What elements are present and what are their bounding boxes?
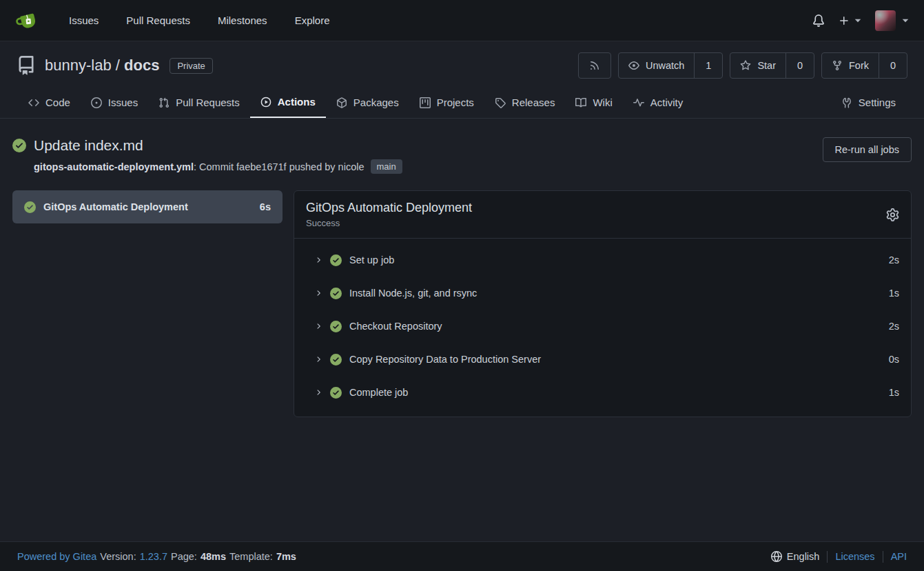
commit-text: : Commit faebe1671f pushed by nicole xyxy=(194,161,364,172)
step-name: Complete job xyxy=(349,387,408,398)
pulse-icon xyxy=(633,97,644,108)
chevron-right-icon[interactable] xyxy=(314,355,322,363)
footer-links: English Licenses API xyxy=(771,551,907,563)
repo-tabbar: Code Issues Pull Requests Actions Packag… xyxy=(17,89,907,118)
language-selector[interactable]: English xyxy=(771,551,820,562)
git-pull-request-icon xyxy=(158,97,170,108)
step-row[interactable]: Copy Repository Data to Production Serve… xyxy=(294,343,911,376)
repo-name-link[interactable]: docs xyxy=(124,57,159,74)
repo-owner-link[interactable]: bunny-lab xyxy=(45,57,112,74)
unwatch-button[interactable]: Unwatch xyxy=(619,53,694,78)
page-time: 48ms xyxy=(201,551,226,562)
avatar[interactable] xyxy=(875,10,896,31)
step-duration: 1s xyxy=(889,288,899,299)
notifications-bell-icon[interactable] xyxy=(812,14,825,27)
star-button[interactable]: Star xyxy=(730,53,786,78)
chevron-right-icon[interactable] xyxy=(314,322,322,330)
job-list: GitOps Automatic Deployment 6s xyxy=(12,190,283,223)
globe-icon xyxy=(771,551,782,562)
private-badge: Private xyxy=(170,58,212,74)
step-row[interactable]: Checkout Repository 2s xyxy=(294,310,911,343)
template-label: Template: xyxy=(229,551,273,562)
powered-by-gitea-link[interactable]: Powered by Gitea xyxy=(17,551,96,562)
job-duration: 6s xyxy=(260,201,271,212)
api-link[interactable]: API xyxy=(891,551,907,562)
watch-button-group: Unwatch 1 xyxy=(618,52,723,79)
job-detail-panel: GitOps Automatic Deployment Success Set … xyxy=(294,190,912,417)
nav-link-pull-requests[interactable]: Pull Requests xyxy=(112,0,204,41)
step-duration: 0s xyxy=(889,354,899,365)
create-new-dropdown[interactable] xyxy=(839,15,861,26)
forks-count[interactable]: 0 xyxy=(879,53,907,78)
nav-link-milestones[interactable]: Milestones xyxy=(204,0,281,41)
job-options-gear-icon[interactable] xyxy=(886,208,899,221)
step-row[interactable]: Set up job 2s xyxy=(294,243,911,277)
tab-settings[interactable]: Settings xyxy=(831,89,906,118)
eye-icon xyxy=(628,60,639,71)
tab-projects[interactable]: Projects xyxy=(409,89,484,118)
footer-divider xyxy=(827,551,828,563)
licenses-link[interactable]: Licenses xyxy=(835,551,874,562)
step-success-check-icon xyxy=(330,254,342,266)
step-row[interactable]: Complete job 1s xyxy=(294,376,911,409)
user-menu-dropdown[interactable] xyxy=(875,10,909,31)
star-button-group: Star 0 xyxy=(730,52,814,79)
chevron-right-icon[interactable] xyxy=(314,256,322,264)
version-link[interactable]: 1.23.7 xyxy=(140,551,167,562)
language-label: English xyxy=(787,551,820,562)
step-duration: 1s xyxy=(889,387,899,398)
watchers-count[interactable]: 1 xyxy=(694,53,722,78)
stars-count[interactable]: 0 xyxy=(786,53,814,78)
rerun-all-jobs-button[interactable]: Re-run all jobs xyxy=(823,137,912,162)
top-navbar: Issues Pull Requests Milestones Explore xyxy=(0,0,924,41)
tab-activity[interactable]: Activity xyxy=(623,89,694,118)
tab-code[interactable]: Code xyxy=(18,89,81,118)
step-name: Install Node.js, git, and rsync xyxy=(349,288,477,299)
branch-badge[interactable]: main xyxy=(371,159,402,174)
fork-button[interactable]: Fork xyxy=(822,53,879,78)
step-success-check-icon xyxy=(330,387,342,399)
workflow-file-link[interactable]: gitops-automatic-deployment.yml xyxy=(34,161,194,172)
tag-icon xyxy=(495,97,506,108)
run-title-block: Update index.md gitops-automatic-deploym… xyxy=(12,137,402,174)
topnav-right-cluster xyxy=(812,10,909,31)
chevron-right-icon[interactable] xyxy=(314,289,322,297)
step-name: Set up job xyxy=(349,254,394,266)
job-success-check-icon xyxy=(24,201,36,213)
code-icon xyxy=(28,97,39,108)
rss-icon xyxy=(589,60,600,71)
step-success-check-icon xyxy=(330,321,342,332)
tab-releases[interactable]: Releases xyxy=(484,89,566,118)
run-header: Update index.md gitops-automatic-deploym… xyxy=(12,137,912,174)
tab-issues[interactable]: Issues xyxy=(81,89,148,118)
unwatch-label: Unwatch xyxy=(646,60,684,71)
repo-header: bunny-lab / docs Private Unwatch 1 Star … xyxy=(0,41,924,119)
nav-link-explore[interactable]: Explore xyxy=(281,0,344,41)
repo-title-row: bunny-lab / docs Private Unwatch 1 Star … xyxy=(17,52,907,79)
git-fork-icon xyxy=(832,60,843,71)
repo-title: bunny-lab / docs xyxy=(45,57,159,74)
footer-meta: Powered by Gitea Version: 1.23.7 Page: 4… xyxy=(17,551,296,562)
rss-feed-button[interactable] xyxy=(578,52,611,79)
step-row[interactable]: Install Node.js, git, and rsync 1s xyxy=(294,277,911,310)
step-name: Copy Repository Data to Production Serve… xyxy=(349,354,541,365)
nav-link-issues[interactable]: Issues xyxy=(55,0,112,41)
gitea-logo-icon[interactable] xyxy=(15,9,39,32)
tab-wiki[interactable]: Wiki xyxy=(565,89,622,118)
job-steps-list: Set up job 2s Install Node.js, git, and … xyxy=(294,239,911,417)
issue-opened-icon xyxy=(91,97,102,108)
tools-icon xyxy=(841,97,852,108)
chevron-right-icon[interactable] xyxy=(314,388,322,397)
step-duration: 2s xyxy=(889,321,899,332)
project-board-icon xyxy=(420,97,431,108)
actions-run-page: Update index.md gitops-automatic-deploym… xyxy=(0,119,924,541)
job-list-item-selected[interactable]: GitOps Automatic Deployment 6s xyxy=(12,190,283,223)
job-name: GitOps Automatic Deployment xyxy=(43,201,188,212)
footer: Powered by Gitea Version: 1.23.7 Page: 4… xyxy=(0,541,924,571)
tab-pull-requests[interactable]: Pull Requests xyxy=(148,89,250,118)
tab-actions[interactable]: Actions xyxy=(250,89,326,118)
version-label: Version: xyxy=(100,551,136,562)
step-success-check-icon xyxy=(330,354,342,365)
tab-packages[interactable]: Packages xyxy=(326,89,409,118)
repo-separator: / xyxy=(116,57,120,74)
